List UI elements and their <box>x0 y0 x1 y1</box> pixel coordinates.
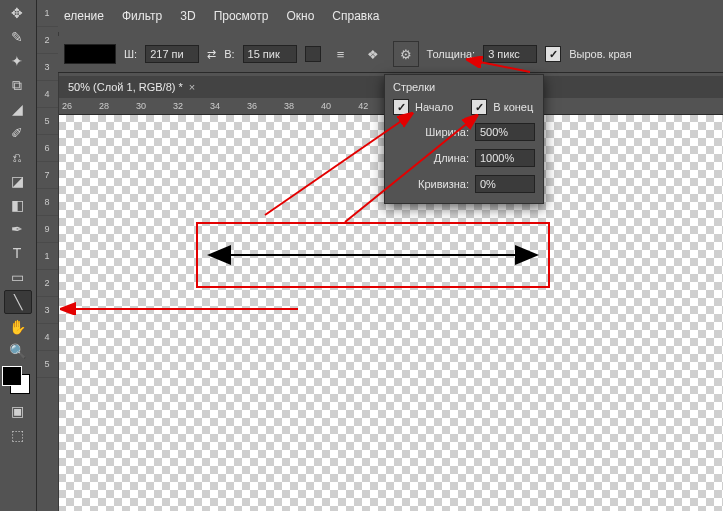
close-icon[interactable]: × <box>189 81 195 93</box>
tool-eyedropper[interactable]: ◢ <box>4 98 30 120</box>
arrange-icon[interactable]: ❖ <box>361 42 385 66</box>
tab-title: 50% (Слой 1, RGB/8) * <box>68 81 183 93</box>
tool-crop[interactable]: ⧉ <box>4 74 30 96</box>
tool-path[interactable]: ▭ <box>4 266 30 288</box>
tool-gradient[interactable]: ◧ <box>4 194 30 216</box>
menu-item[interactable]: Справка <box>332 9 379 23</box>
height-input[interactable] <box>243 45 297 63</box>
vnum: 2 <box>36 270 58 297</box>
menu-bar: еление Фильтр 3D Просмотр Окно Справка <box>58 0 723 32</box>
menu-item[interactable]: 3D <box>180 9 195 23</box>
height-label: В: <box>224 48 234 60</box>
vnum: 1 <box>36 243 58 270</box>
vnum: 6 <box>36 135 58 162</box>
vnum: 3 <box>36 297 58 324</box>
annotation-arrow-3 <box>340 112 490 227</box>
tool-brush[interactable]: ✐ <box>4 122 30 144</box>
svg-line-5 <box>345 117 475 222</box>
vnum: 8 <box>36 189 58 216</box>
tool-eraser[interactable]: ◪ <box>4 170 30 192</box>
menu-item[interactable]: Окно <box>286 9 314 23</box>
document-tab[interactable]: 50% (Слой 1, RGB/8) * × <box>58 78 205 96</box>
tool-zoom[interactable]: 🔍 <box>4 340 30 362</box>
tool-text[interactable]: T <box>4 242 30 264</box>
options-bar: Ш: ⇄ В: ≡ ❖ ⚙ Толщина: ✓ Выров. края <box>58 36 723 73</box>
tool-line[interactable]: ╲ <box>4 290 32 314</box>
svg-line-1 <box>470 60 530 72</box>
toolbox: ✥ ✎ ✦ ⧉ ◢ ✐ ⎌ ◪ ◧ ✒ T ▭ ╲ ✋ 🔍 ▣ ⬚ <box>0 0 37 511</box>
ruler-tick: 26 <box>62 101 72 111</box>
tool-move[interactable]: ✥ <box>4 2 30 24</box>
vnum: 7 <box>36 162 58 189</box>
color-swatches[interactable] <box>2 366 32 396</box>
end-label: В конец <box>493 101 533 113</box>
width-input[interactable] <box>145 45 199 63</box>
ruler-tick: 32 <box>173 101 183 111</box>
tool-lasso[interactable]: ✎ <box>4 26 30 48</box>
gear-icon[interactable]: ⚙ <box>393 41 419 67</box>
link-icon[interactable]: ⇄ <box>207 48 216 61</box>
quickmask[interactable]: ▣ <box>4 400 30 422</box>
align-edges-check[interactable]: ✓ <box>545 46 561 62</box>
menu-item[interactable]: Просмотр <box>214 9 269 23</box>
vnum: 5 <box>36 351 58 378</box>
tool-pen[interactable]: ✒ <box>4 218 30 240</box>
ruler-tick: 30 <box>136 101 146 111</box>
vnum: 5 <box>36 108 58 135</box>
drawn-arrow-line <box>223 254 523 256</box>
menu-item[interactable]: еление <box>64 9 104 23</box>
menu-item[interactable]: Фильтр <box>122 9 162 23</box>
vnum: 9 <box>36 216 58 243</box>
vnum: 2 <box>36 27 58 54</box>
vertical-strip: 1 2 3 4 5 6 7 8 9 1 2 3 4 5 <box>36 0 59 511</box>
ruler-tick: 34 <box>210 101 220 111</box>
tool-hand[interactable]: ✋ <box>4 316 30 338</box>
align-icon[interactable]: ≡ <box>329 42 353 66</box>
ruler-tick: 36 <box>247 101 257 111</box>
width-label: Ш: <box>124 48 137 60</box>
annotation-arrow-4 <box>58 302 303 316</box>
annotation-arrow-1 <box>460 56 540 76</box>
ruler-tick: 28 <box>99 101 109 111</box>
screenmode[interactable]: ⬚ <box>4 424 30 446</box>
stroke-swatch[interactable] <box>64 44 116 64</box>
selection-highlight <box>196 222 550 288</box>
tool-wand[interactable]: ✦ <box>4 50 30 72</box>
fg-color[interactable] <box>2 366 22 386</box>
popup-title: Стрелки <box>385 75 543 95</box>
vnum: 4 <box>36 324 58 351</box>
vnum: 1 <box>36 0 58 27</box>
vnum: 4 <box>36 81 58 108</box>
vnum: 3 <box>36 54 58 81</box>
opt-box1[interactable] <box>305 46 321 62</box>
tool-clone[interactable]: ⎌ <box>4 146 30 168</box>
align-edges-label: Выров. края <box>569 48 631 60</box>
